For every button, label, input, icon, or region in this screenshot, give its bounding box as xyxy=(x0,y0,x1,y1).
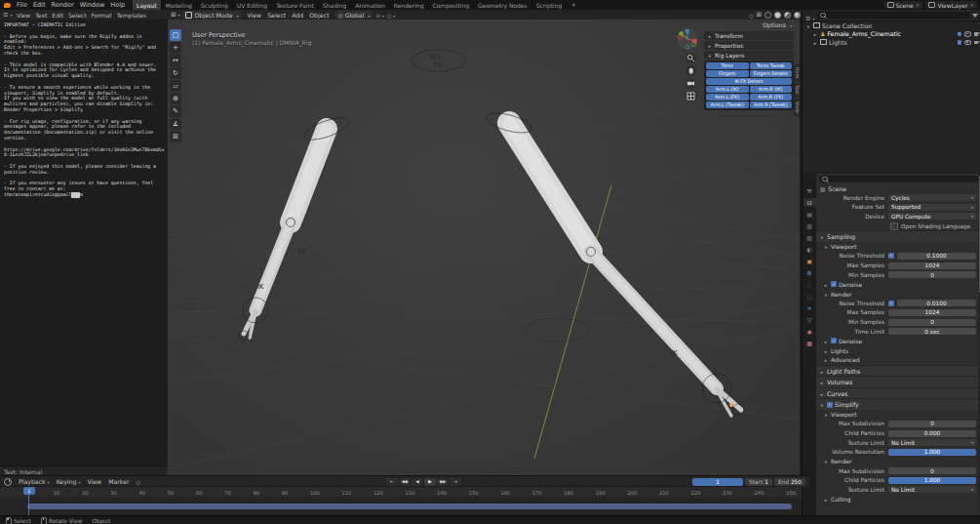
subsection-denoise-viewport[interactable]: Denoise xyxy=(816,279,980,289)
outliner-row-lights[interactable]: Lights xyxy=(803,38,980,47)
viewport-tool-button[interactable]: ∡ xyxy=(170,118,181,130)
property-value-field[interactable]: Cycles xyxy=(888,194,976,201)
property-value-field[interactable]: 1024 xyxy=(888,262,976,269)
property-value-field[interactable]: 1024 xyxy=(888,309,976,316)
properties-search-input[interactable] xyxy=(819,176,978,182)
osl-checkbox[interactable] xyxy=(890,222,898,230)
rig-layer-button[interactable]: IK-FK Detect xyxy=(706,78,792,85)
panel-rig-layers[interactable]: Rig Layers xyxy=(704,51,794,60)
property-value-field[interactable]: 0 xyxy=(888,271,976,278)
viewport-menu-item[interactable]: Select xyxy=(264,12,289,19)
viewport-tool-button[interactable]: ⊕ xyxy=(170,93,181,104)
rig-layer-button[interactable]: Arm.R (FK) xyxy=(750,94,793,101)
timeline-menu-item[interactable]: View xyxy=(84,478,104,485)
text-editor-menu-item[interactable]: Select xyxy=(65,12,89,19)
property-value-field[interactable]: 0 xyxy=(888,467,976,474)
filter-icon[interactable] xyxy=(972,14,978,18)
text-editor-menu-item[interactable]: View xyxy=(14,12,32,19)
property-value-field[interactable]: 1.000 xyxy=(888,449,976,456)
rendered-shading-icon[interactable] xyxy=(794,12,801,19)
rig-layer-button[interactable]: Torso xyxy=(706,62,749,69)
panel-properties[interactable]: Properties xyxy=(704,41,794,50)
material-preview-shading-icon[interactable] xyxy=(784,12,791,19)
text-line[interactable]: documentation (Documentation.zip) or vis… xyxy=(4,130,171,136)
transform-orientation-dropdown[interactable]: Global xyxy=(334,11,372,19)
left-arm-mesh[interactable] xyxy=(244,129,327,338)
blender-logo-icon[interactable] xyxy=(4,3,11,8)
panel-transform[interactable]: Transform xyxy=(704,31,794,40)
selectable-checkbox-icon[interactable] xyxy=(958,32,962,37)
sidebar-tab[interactable]: Tool xyxy=(794,82,800,98)
viewport-menu-item[interactable]: View xyxy=(244,12,264,19)
text-editor-menu-item[interactable]: Edit xyxy=(50,12,66,19)
viewport-tool-button[interactable]: ⊞ xyxy=(170,131,181,142)
overlays-toggle-icon[interactable] xyxy=(757,11,762,19)
scene-selector[interactable]: Scene × xyxy=(884,1,923,9)
viewport-tool-button[interactable]: ▢ xyxy=(170,29,181,41)
rig-layer-button[interactable]: Fingers Details xyxy=(750,70,793,77)
subsection-culling[interactable]: Culling xyxy=(816,495,980,504)
hide-render-camera-icon[interactable] xyxy=(974,32,978,36)
property-value-field[interactable]: No Limit xyxy=(888,439,976,446)
zoom-icon[interactable] xyxy=(686,53,696,63)
workspace-tab[interactable]: UV Editing xyxy=(233,0,272,10)
rig-layer-button[interactable]: Arm.R (IK) xyxy=(750,86,793,93)
pan-view-icon[interactable] xyxy=(686,65,696,76)
timeline-menu-item[interactable]: Playback xyxy=(16,478,53,485)
properties-tab-icon[interactable]: ◉ xyxy=(804,327,816,336)
hide-render-camera-icon[interactable] xyxy=(974,41,978,45)
navigation-gizmo[interactable] xyxy=(676,27,699,51)
topbar-menu-item[interactable]: Help xyxy=(107,1,128,9)
viewport-tool-button[interactable]: ▱ xyxy=(170,80,181,92)
section-simplify[interactable]: Simplify xyxy=(816,398,980,410)
hide-viewport-eye-icon[interactable] xyxy=(964,40,971,46)
viewport-3d[interactable]: ALL FK IK IK FK ▢+↔↻▱⊕✎∡⊞ User Perspecti… xyxy=(168,20,800,475)
unlink-scene-icon[interactable]: × xyxy=(916,2,921,8)
topbar-menu-item[interactable]: Edit xyxy=(30,1,49,9)
gizmos-toggle-icon[interactable] xyxy=(749,12,753,19)
subsection-lights[interactable]: Lights xyxy=(816,345,980,355)
timeline-track[interactable] xyxy=(0,498,802,515)
workspace-tab[interactable]: Compositing xyxy=(428,0,474,10)
sidebar-tab[interactable]: View xyxy=(794,99,800,116)
frame-end-field[interactable]: End250 xyxy=(774,478,805,486)
playback-button[interactable]: ⇥ xyxy=(450,478,461,486)
subsection-viewport[interactable]: Viewport xyxy=(816,242,980,252)
subsection-denoise-render[interactable]: Denoise xyxy=(816,336,980,345)
text-editor-menu-item[interactable]: Text xyxy=(33,12,50,19)
workspace-tab[interactable]: Layout xyxy=(133,0,161,10)
text-line[interactable]: - To ensure a smooth experience while wo… xyxy=(4,85,171,91)
options-dropdown[interactable]: Options xyxy=(763,21,792,28)
rig-layer-button[interactable]: Arm.L (Tweak) xyxy=(706,101,749,108)
viewport-tool-button[interactable]: ✎ xyxy=(170,105,181,117)
playback-button[interactable]: ⇤ xyxy=(386,478,398,486)
auto-keying-toggle-icon[interactable] xyxy=(137,478,140,485)
properties-tab-icon[interactable]: ◌ xyxy=(804,292,816,301)
property-value-field[interactable]: 0.0100 xyxy=(897,300,976,306)
remove-view-layer-icon[interactable]: × xyxy=(969,2,974,8)
property-value-field[interactable]: Supported xyxy=(888,204,976,211)
text-line[interactable]: - If you enjoyed this model, please cons… xyxy=(4,164,171,170)
rig-layer-button[interactable]: Arm.L (FK) xyxy=(706,94,749,101)
workspace-tab[interactable]: Texture Paint xyxy=(272,0,319,10)
denoise-checkbox[interactable] xyxy=(831,338,837,343)
outliner-row-scene-collection[interactable]: Scene Collection xyxy=(803,21,980,30)
frame-start-field[interactable]: Start1 xyxy=(745,478,772,486)
playback-button[interactable]: ◆▶ xyxy=(437,478,449,486)
properties-tab-icon[interactable]: ∴ xyxy=(804,280,816,289)
properties-tab-icon[interactable]: ⚙ xyxy=(804,268,816,277)
properties-tab-icon[interactable]: ▤ xyxy=(804,210,816,219)
outliner-row-armature[interactable]: ♟ Female_Arms_Cinematic xyxy=(803,30,980,39)
properties-tab-icon[interactable]: ▩ xyxy=(804,339,816,347)
current-frame-field[interactable]: 1 xyxy=(692,478,743,486)
ortho-grid-icon[interactable] xyxy=(686,91,696,101)
add-workspace-button[interactable]: + xyxy=(567,1,579,9)
property-value-field[interactable]: GPU Compute xyxy=(888,213,976,220)
property-value-field[interactable]: 1.000 xyxy=(888,477,976,484)
sidebar-tab[interactable]: Item xyxy=(794,64,800,81)
rig-layer-button[interactable]: Arm.L (IK) xyxy=(706,86,749,93)
section-sampling[interactable]: Sampling xyxy=(816,230,980,242)
viewport-tool-button[interactable]: ↔ xyxy=(170,55,181,66)
subsection-advanced[interactable]: Advanced xyxy=(816,355,980,365)
property-value-field[interactable]: 0 sec xyxy=(888,328,976,335)
